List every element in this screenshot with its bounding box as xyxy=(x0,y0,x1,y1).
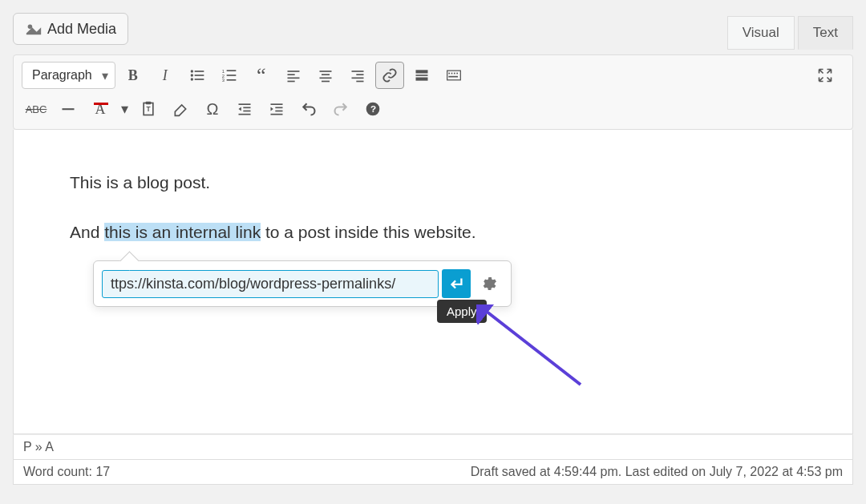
toolbar-toggle-button[interactable] xyxy=(439,62,468,89)
svg-point-1 xyxy=(190,70,192,72)
paragraph-1: This is a blog post. xyxy=(70,170,852,196)
read-more-icon xyxy=(414,67,430,83)
svg-rect-30 xyxy=(451,73,452,75)
align-left-icon xyxy=(285,67,301,83)
help-button[interactable]: ? xyxy=(358,95,387,123)
tab-text[interactable]: Text xyxy=(798,16,853,50)
word-count: Word count: 17 xyxy=(23,465,110,479)
align-right-icon xyxy=(350,67,366,83)
svg-rect-8 xyxy=(226,70,236,71)
svg-rect-22 xyxy=(356,74,363,75)
bullet-list-icon xyxy=(189,67,205,83)
indent-icon xyxy=(269,101,285,117)
svg-text:?: ? xyxy=(370,103,376,114)
svg-rect-28 xyxy=(447,71,460,80)
fullscreen-button[interactable] xyxy=(811,62,840,89)
align-center-icon xyxy=(318,67,334,83)
text-color-dropdown[interactable]: ▾ xyxy=(118,95,131,123)
bold-button[interactable]: B xyxy=(119,62,148,89)
svg-rect-21 xyxy=(351,71,363,72)
svg-rect-31 xyxy=(454,73,455,75)
editor-toolbar: Paragraph B I 123 “ ABC A ▾ T Ω xyxy=(13,54,853,130)
svg-rect-24 xyxy=(356,81,363,83)
strikethrough-button[interactable]: ABC xyxy=(22,95,51,123)
status-bar: P » A Word count: 17 Draft saved at 4:59… xyxy=(13,434,853,485)
horizontal-rule-button[interactable] xyxy=(54,95,83,123)
svg-rect-19 xyxy=(319,78,331,79)
fullscreen-icon xyxy=(817,67,833,83)
paste-icon: T xyxy=(140,101,156,117)
text-before-link: And xyxy=(70,223,104,241)
svg-point-5 xyxy=(190,78,192,80)
format-dropdown[interactable]: Paragraph xyxy=(22,62,115,89)
paragraph-2: And this is an internal link to a post i… xyxy=(70,220,852,245)
svg-rect-26 xyxy=(415,75,427,76)
keyboard-icon xyxy=(446,67,462,83)
svg-rect-29 xyxy=(448,73,450,75)
gear-icon xyxy=(480,275,497,292)
editor-tabs: Visual Text xyxy=(727,16,853,50)
svg-rect-43 xyxy=(275,107,282,109)
svg-rect-16 xyxy=(287,81,294,83)
svg-rect-33 xyxy=(448,76,458,78)
svg-rect-39 xyxy=(243,107,250,109)
format-label: Paragraph xyxy=(32,68,92,83)
align-right-button[interactable] xyxy=(343,62,372,89)
svg-rect-18 xyxy=(322,74,330,75)
svg-rect-34 xyxy=(63,108,75,110)
special-char-button[interactable]: Ω xyxy=(198,95,227,123)
indent-button[interactable] xyxy=(262,95,291,123)
classic-editor: Add Media Visual Text Paragraph B I 123 … xyxy=(13,13,853,485)
svg-rect-27 xyxy=(415,78,427,81)
svg-point-3 xyxy=(190,74,192,76)
link-apply-button[interactable] xyxy=(442,269,471,298)
align-left-button[interactable] xyxy=(279,62,308,89)
svg-rect-44 xyxy=(275,111,282,112)
paste-text-button[interactable]: T xyxy=(134,95,163,123)
add-media-button[interactable]: Add Media xyxy=(13,13,128,45)
link-settings-button[interactable] xyxy=(474,269,503,298)
bullet-list-button[interactable] xyxy=(183,62,212,89)
toolbar-row-2: ABC A ▾ T Ω ? xyxy=(14,95,852,129)
clear-formatting-button[interactable] xyxy=(166,95,195,123)
svg-rect-20 xyxy=(322,81,330,83)
text-after-link: to a post inside this website. xyxy=(261,223,475,241)
eraser-icon xyxy=(172,101,188,117)
svg-rect-25 xyxy=(415,70,427,73)
outdent-button[interactable] xyxy=(230,95,259,123)
toolbar-row-1: Paragraph B I 123 “ xyxy=(14,55,852,95)
draft-status: Draft saved at 4:59:44 pm. Last edited o… xyxy=(471,465,843,479)
enter-icon xyxy=(447,275,465,292)
svg-rect-17 xyxy=(319,71,331,72)
link-url-input[interactable] xyxy=(102,270,439,298)
selected-link-text: this is an internal link xyxy=(104,223,261,241)
svg-rect-32 xyxy=(456,73,458,75)
svg-rect-13 xyxy=(287,71,299,72)
svg-text:T: T xyxy=(147,105,151,113)
numbered-list-button[interactable]: 123 xyxy=(215,62,244,89)
link-icon xyxy=(382,67,398,83)
svg-rect-23 xyxy=(351,78,363,79)
blockquote-button[interactable]: “ xyxy=(247,62,276,89)
svg-rect-38 xyxy=(239,103,251,105)
svg-rect-10 xyxy=(226,75,236,76)
svg-rect-42 xyxy=(271,103,283,105)
numbered-list-icon: 123 xyxy=(221,67,237,83)
tab-visual[interactable]: Visual xyxy=(727,16,795,50)
svg-rect-15 xyxy=(287,78,299,79)
element-path[interactable]: P » A xyxy=(13,434,853,460)
add-media-label: Add Media xyxy=(47,21,116,38)
svg-rect-2 xyxy=(194,71,204,72)
italic-button[interactable]: I xyxy=(151,62,180,89)
svg-rect-4 xyxy=(194,75,204,76)
align-center-button[interactable] xyxy=(311,62,340,89)
hr-icon xyxy=(60,101,76,117)
svg-rect-6 xyxy=(194,79,204,80)
help-icon: ? xyxy=(365,101,381,117)
redo-button[interactable] xyxy=(326,95,355,123)
text-color-button[interactable]: A xyxy=(86,95,115,123)
undo-button[interactable] xyxy=(294,95,323,123)
read-more-button[interactable] xyxy=(407,62,436,89)
insert-link-button[interactable] xyxy=(375,62,404,89)
apply-tooltip: Apply xyxy=(437,300,487,323)
